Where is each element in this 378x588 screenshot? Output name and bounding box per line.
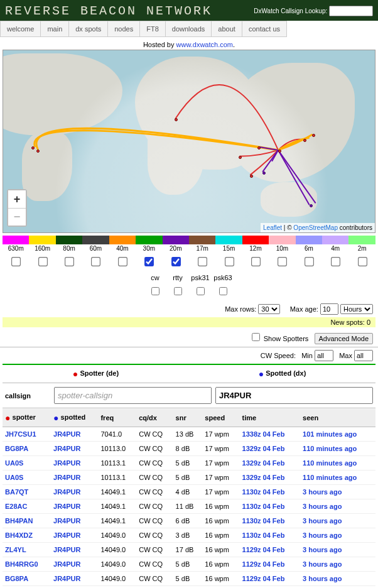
spotter-link[interactable]: ZL4YL — [3, 543, 51, 557]
show-spotters-checkbox[interactable] — [252, 333, 260, 341]
mode-label-rtty: rtty — [166, 274, 189, 281]
mode-cb-psk63[interactable] — [219, 287, 227, 295]
cw-max-input[interactable] — [354, 350, 373, 361]
advanced-mode-button[interactable]: Advanced Mode — [315, 333, 374, 344]
spotted-link[interactable]: JR4PUR — [51, 543, 98, 557]
seen-cell[interactable]: 3 hours ago — [300, 543, 375, 557]
spotted-link[interactable]: JR4PUR — [51, 528, 98, 543]
dxwatch-link[interactable]: www.dxwatch.com — [176, 41, 233, 48]
time-cell[interactable]: 1329z 04 Feb — [240, 456, 301, 471]
time-cell[interactable]: 1329z 04 Feb — [240, 471, 301, 485]
time-cell[interactable]: 1130z 04 Feb — [240, 514, 301, 528]
band-cb-2m[interactable] — [358, 257, 367, 266]
spotter-link[interactable]: E28AC — [3, 499, 51, 514]
speed-cell: 16 wpm — [202, 499, 239, 514]
time-cell[interactable]: 1338z 04 Feb — [240, 427, 301, 442]
spotter-link[interactable]: JH7CSU1 — [3, 427, 51, 442]
time-cell[interactable]: 1130z 04 Feb — [240, 485, 301, 499]
seen-cell[interactable]: 110 minutes ago — [300, 442, 375, 456]
band-cb-4m[interactable] — [331, 257, 340, 266]
freq-cell: 10113.0 — [98, 442, 136, 456]
seen-cell[interactable]: 3 hours ago — [300, 514, 375, 528]
spotted-link[interactable]: JR4PUR — [51, 442, 98, 456]
nav-contact-us[interactable]: contact us — [242, 21, 287, 37]
seen-cell[interactable]: 3 hours ago — [300, 499, 375, 514]
spotted-link[interactable]: JR4PUR — [51, 485, 98, 499]
band-cb-20m[interactable] — [171, 257, 181, 266]
zoom-out-button[interactable]: − — [8, 208, 26, 226]
spotted-link[interactable]: JR4PUR — [51, 572, 98, 586]
osm-link[interactable]: OpenStreetMap — [293, 224, 338, 231]
band-cb-10m[interactable] — [278, 257, 287, 266]
nav-FT8[interactable]: FT8 — [139, 21, 165, 37]
spotter-link[interactable]: BH4XDZ — [3, 528, 51, 543]
world-map[interactable]: + − Leaflet | © OpenStreetMap contributo… — [3, 50, 375, 233]
mode-cb-rtty[interactable] — [174, 287, 182, 295]
spotter-link[interactable]: BH4PAN — [3, 514, 51, 528]
nav-nodes[interactable]: nodes — [107, 21, 139, 37]
snr-cell: 5 dB — [173, 557, 203, 572]
spotted-link[interactable]: JR4PUR — [51, 427, 98, 442]
mode-cb-psk31[interactable] — [197, 287, 205, 295]
spotted-link[interactable]: JR4PUR — [51, 471, 98, 485]
band-label-80m: 80m — [56, 244, 82, 252]
seen-cell[interactable]: 3 hours ago — [300, 572, 375, 586]
seen-cell[interactable]: 110 minutes ago — [300, 456, 375, 471]
band-label-12m: 12m — [242, 244, 269, 252]
lookup-input[interactable] — [329, 6, 373, 16]
leaflet-link[interactable]: Leaflet — [263, 224, 282, 231]
spotted-link[interactable]: JR4PUR — [51, 557, 98, 572]
speed-cell: 16 wpm — [202, 514, 239, 528]
spotter-link[interactable]: UA0S — [3, 456, 51, 471]
lookup-label: DxWatch Callsign Lookup: — [254, 8, 327, 14]
spotter-link[interactable]: BG8PA — [3, 572, 51, 586]
nav-dx-spots[interactable]: dx spots — [68, 21, 107, 37]
band-cb-17m[interactable] — [198, 257, 207, 266]
spotted-link[interactable]: JR4PUR — [51, 514, 98, 528]
time-cell[interactable]: 1129z 04 Feb — [240, 543, 301, 557]
band-cb-12m[interactable] — [251, 257, 261, 266]
table-row: BG8PAJR4PUR14049.0CW CQ5 dB16 wpm1129z 0… — [3, 572, 375, 586]
cw-min-input[interactable] — [315, 350, 333, 361]
spotter-link[interactable]: BA7QT — [3, 485, 51, 499]
seen-cell[interactable]: 110 minutes ago — [300, 471, 375, 485]
band-cb-15m[interactable] — [225, 257, 234, 266]
mode-filters: cwrttypsk31psk63 — [0, 274, 378, 297]
seen-cell[interactable]: 3 hours ago — [300, 528, 375, 543]
band-cb-30m[interactable] — [144, 257, 154, 266]
seen-cell[interactable]: 3 hours ago — [300, 485, 375, 499]
band-cb-6m[interactable] — [305, 257, 314, 266]
zoom-in-button[interactable]: + — [8, 190, 26, 208]
band-cb-630m[interactable] — [11, 257, 21, 266]
swatch-60m — [82, 236, 109, 244]
band-cb-160m[interactable] — [38, 257, 48, 266]
spotted-callsign-input[interactable] — [215, 387, 373, 404]
band-cb-40m[interactable] — [118, 257, 127, 266]
time-cell[interactable]: 1130z 04 Feb — [240, 499, 301, 514]
band-cb-80m[interactable] — [65, 257, 74, 266]
nav-main[interactable]: main — [40, 21, 68, 37]
max-age-unit-select[interactable]: Hours — [340, 304, 373, 314]
time-cell[interactable]: 1329z 04 Feb — [240, 442, 301, 456]
band-checkboxes — [3, 252, 375, 271]
nav-downloads[interactable]: downloads — [165, 21, 212, 37]
seen-cell[interactable]: 3 hours ago — [300, 557, 375, 572]
swatch-6m — [296, 236, 322, 244]
spotter-link[interactable]: UA0S — [3, 471, 51, 485]
max-age-input[interactable] — [320, 303, 338, 315]
max-rows-select[interactable]: 30 — [258, 304, 280, 314]
nav-about[interactable]: about — [211, 21, 242, 37]
time-cell[interactable]: 1129z 04 Feb — [240, 572, 301, 586]
time-cell[interactable]: 1129z 04 Feb — [240, 557, 301, 572]
spotter-link[interactable]: BH4RRG0 — [3, 557, 51, 572]
spotter-link[interactable]: BG8PA — [3, 442, 51, 456]
cqdx-cell: CW CQ — [136, 442, 173, 456]
spotter-callsign-input[interactable] — [54, 387, 212, 404]
seen-cell[interactable]: 101 minutes ago — [300, 427, 375, 442]
time-cell[interactable]: 1130z 04 Feb — [240, 528, 301, 543]
nav-welcome[interactable]: welcome — [0, 21, 40, 37]
mode-cb-cw[interactable] — [151, 287, 159, 295]
spotted-link[interactable]: JR4PUR — [51, 499, 98, 514]
band-cb-60m[interactable] — [91, 257, 100, 266]
spotted-link[interactable]: JR4PUR — [51, 456, 98, 471]
